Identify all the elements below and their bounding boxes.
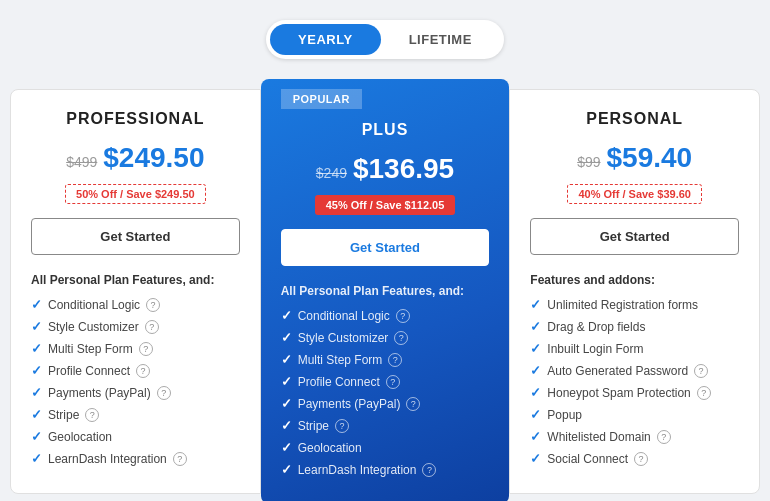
feature-list: ✓ Conditional Logic ? ✓ Style Customizer… xyxy=(281,308,490,477)
feature-label: Style Customizer xyxy=(298,331,389,345)
feature-label: Stripe xyxy=(298,419,329,433)
info-icon[interactable]: ? xyxy=(85,408,99,422)
check-icon: ✓ xyxy=(530,429,541,444)
info-icon[interactable]: ? xyxy=(173,452,187,466)
feature-label: Style Customizer xyxy=(48,320,139,334)
features-title: All Personal Plan Features, and: xyxy=(31,273,240,287)
info-icon[interactable]: ? xyxy=(396,309,410,323)
feature-label: Drag & Drop fields xyxy=(547,320,645,334)
discount-badge: 45% Off / Save $112.05 xyxy=(315,195,456,215)
feature-item: ✓ Multi Step Form ? xyxy=(31,341,240,356)
feature-label: Auto Generated Password xyxy=(547,364,688,378)
feature-label: Geolocation xyxy=(298,441,362,455)
info-icon[interactable]: ? xyxy=(394,331,408,345)
check-icon: ✓ xyxy=(281,462,292,477)
feature-item: ✓ Style Customizer ? xyxy=(31,319,240,334)
check-icon: ✓ xyxy=(281,440,292,455)
yearly-toggle-btn[interactable]: YEARLY xyxy=(270,24,381,55)
info-icon[interactable]: ? xyxy=(146,298,160,312)
feature-item: ✓ Honeypot Spam Protection ? xyxy=(530,385,739,400)
features-title: Features and addons: xyxy=(530,273,739,287)
check-icon: ✓ xyxy=(530,407,541,422)
feature-item: ✓ Auto Generated Password ? xyxy=(530,363,739,378)
get-started-button[interactable]: Get Started xyxy=(281,229,490,266)
plan-name: PLUS xyxy=(281,121,490,139)
feature-label: Popup xyxy=(547,408,582,422)
feature-label: Unlimited Registration forms xyxy=(547,298,698,312)
info-icon[interactable]: ? xyxy=(335,419,349,433)
check-icon: ✓ xyxy=(530,363,541,378)
plan-name: PERSONAL xyxy=(530,110,739,128)
check-icon: ✓ xyxy=(530,385,541,400)
check-icon: ✓ xyxy=(530,451,541,466)
feature-item: ✓ Stripe ? xyxy=(281,418,490,433)
info-icon[interactable]: ? xyxy=(634,452,648,466)
info-icon[interactable]: ? xyxy=(388,353,402,367)
billing-toggle: YEARLY LIFETIME xyxy=(10,20,760,59)
feature-item: ✓ Multi Step Form ? xyxy=(281,352,490,367)
feature-label: Whitelisted Domain xyxy=(547,430,650,444)
feature-item: ✓ Style Customizer ? xyxy=(281,330,490,345)
plan-card-personal: PERSONAL $99 $59.40 40% Off / Save $39.6… xyxy=(509,89,760,494)
feature-item: ✓ Unlimited Registration forms xyxy=(530,297,739,312)
check-icon: ✓ xyxy=(281,396,292,411)
info-icon[interactable]: ? xyxy=(157,386,171,400)
check-icon: ✓ xyxy=(281,330,292,345)
info-icon[interactable]: ? xyxy=(406,397,420,411)
check-icon: ✓ xyxy=(281,374,292,389)
info-icon[interactable]: ? xyxy=(657,430,671,444)
feature-item: ✓ Geolocation xyxy=(31,429,240,444)
popular-badge: POPULAR xyxy=(281,89,362,109)
feature-list: ✓ Unlimited Registration forms ✓ Drag & … xyxy=(530,297,739,466)
info-icon[interactable]: ? xyxy=(145,320,159,334)
price-row: $249 $136.95 xyxy=(281,153,490,185)
feature-item: ✓ Profile Connect ? xyxy=(281,374,490,389)
feature-item: ✓ Geolocation xyxy=(281,440,490,455)
feature-list: ✓ Conditional Logic ? ✓ Style Customizer… xyxy=(31,297,240,466)
new-price: $136.95 xyxy=(353,153,454,185)
feature-item: ✓ Payments (PayPal) ? xyxy=(31,385,240,400)
feature-label: Payments (PayPal) xyxy=(298,397,401,411)
feature-item: ✓ Inbuilt Login Form xyxy=(530,341,739,356)
info-icon[interactable]: ? xyxy=(136,364,150,378)
old-price: $249 xyxy=(316,165,347,181)
check-icon: ✓ xyxy=(31,429,42,444)
info-icon[interactable]: ? xyxy=(139,342,153,356)
get-started-button[interactable]: Get Started xyxy=(31,218,240,255)
check-icon: ✓ xyxy=(530,297,541,312)
feature-label: Multi Step Form xyxy=(298,353,383,367)
price-row: $99 $59.40 xyxy=(530,142,739,174)
new-price: $249.50 xyxy=(103,142,204,174)
feature-label: Profile Connect xyxy=(48,364,130,378)
feature-item: ✓ LearnDash Integration ? xyxy=(31,451,240,466)
feature-item: ✓ Stripe ? xyxy=(31,407,240,422)
feature-label: LearnDash Integration xyxy=(298,463,417,477)
check-icon: ✓ xyxy=(31,407,42,422)
feature-label: Profile Connect xyxy=(298,375,380,389)
feature-label: Stripe xyxy=(48,408,79,422)
discount-badge: 50% Off / Save $249.50 xyxy=(65,184,206,204)
feature-label: Inbuilt Login Form xyxy=(547,342,643,356)
feature-label: Conditional Logic xyxy=(298,309,390,323)
get-started-button[interactable]: Get Started xyxy=(530,218,739,255)
info-icon[interactable]: ? xyxy=(697,386,711,400)
info-icon[interactable]: ? xyxy=(694,364,708,378)
price-row: $499 $249.50 xyxy=(31,142,240,174)
lifetime-toggle-btn[interactable]: LIFETIME xyxy=(381,24,500,55)
feature-label: LearnDash Integration xyxy=(48,452,167,466)
feature-label: Geolocation xyxy=(48,430,112,444)
feature-label: Honeypot Spam Protection xyxy=(547,386,690,400)
check-icon: ✓ xyxy=(31,319,42,334)
check-icon: ✓ xyxy=(31,297,42,312)
check-icon: ✓ xyxy=(281,418,292,433)
check-icon: ✓ xyxy=(281,308,292,323)
feature-item: ✓ Social Connect ? xyxy=(530,451,739,466)
check-icon: ✓ xyxy=(31,451,42,466)
info-icon[interactable]: ? xyxy=(386,375,400,389)
feature-label: Payments (PayPal) xyxy=(48,386,151,400)
plan-card-plus: POPULARPLUS $249 $136.95 45% Off / Save … xyxy=(261,79,510,501)
info-icon[interactable]: ? xyxy=(422,463,436,477)
discount-badge: 40% Off / Save $39.60 xyxy=(567,184,702,204)
feature-item: ✓ Whitelisted Domain ? xyxy=(530,429,739,444)
plan-card-professional: PROFESSIONAL $499 $249.50 50% Off / Save… xyxy=(10,89,261,494)
